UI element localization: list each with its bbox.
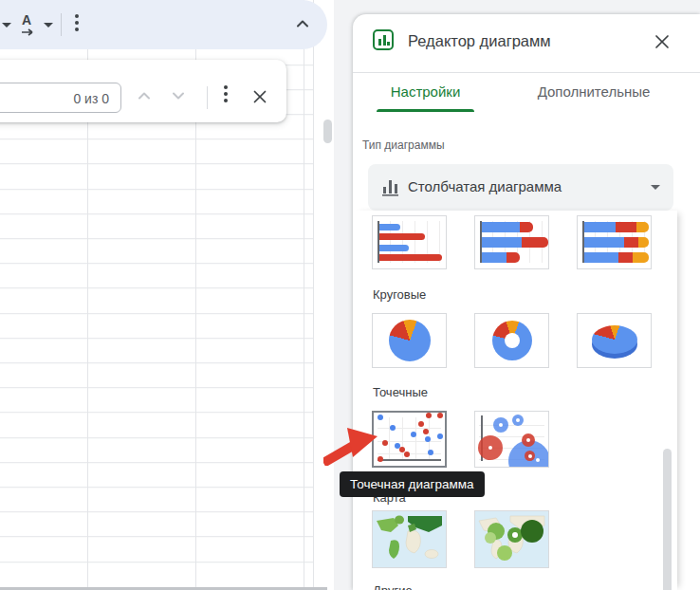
thumb-geo-map[interactable] [372, 510, 447, 568]
thumb-scatter[interactable] [372, 411, 447, 468]
thumb-bar-stacked[interactable] [474, 215, 549, 269]
thumb-pie-3d[interactable] [577, 313, 652, 368]
grid-column-line [304, 0, 304, 590]
sheet-vertical-scrollbar[interactable] [323, 120, 332, 143]
thumb-bubble[interactable] [474, 411, 549, 468]
chart-type-label: Тип диаграммы [362, 138, 445, 152]
tab-settings[interactable]: Настройки [377, 83, 474, 109]
thumb-pie[interactable] [372, 313, 447, 368]
find-more-options-button[interactable] [224, 85, 228, 105]
chart-type-value: Столбчатая диаграмма [408, 178, 562, 194]
collapse-toolbar-button[interactable] [296, 20, 309, 28]
more-options-button[interactable] [75, 14, 79, 34]
thumb-donut[interactable] [474, 313, 549, 368]
geo-map-markers-icon [475, 511, 548, 567]
section-label-other-clipped: Другие [373, 583, 413, 590]
panel-close-button[interactable] [654, 34, 670, 49]
thumb-bar-stacked-100[interactable] [577, 215, 652, 269]
dropdown-caret-icon[interactable] [44, 23, 53, 28]
section-label-scatter: Точечные [373, 385, 428, 399]
tab-customize[interactable]: Дополнительные [530, 83, 657, 109]
thumb-bar-grouped[interactable] [372, 215, 447, 269]
popup-scrollbar[interactable] [663, 449, 672, 590]
find-input[interactable]: 0 из 0 [0, 83, 121, 113]
panel-divider [353, 72, 700, 73]
panel-title: Редактор диаграмм [408, 32, 551, 50]
tooltip: Точечная диаграмма [340, 471, 485, 497]
toolbar-divider [61, 13, 62, 36]
section-label-pie: Круговые [373, 287, 426, 302]
grid-right-edge [313, 0, 314, 590]
text-rotation-icon: A [22, 12, 31, 28]
active-tab-underline [377, 109, 474, 112]
chart-editor-icon [373, 29, 394, 50]
match-count: 0 из 0 [73, 91, 109, 106]
previous-match-button[interactable] [138, 92, 151, 100]
column-chart-icon [381, 176, 400, 197]
toolbar: A [0, 0, 327, 49]
chart-type-select[interactable]: Столбчатая диаграмма [368, 164, 673, 211]
chevron-down-icon [651, 185, 660, 190]
rotation-arrow-icon [21, 28, 38, 36]
find-bar: 0 из 0 [0, 60, 286, 122]
find-close-button[interactable] [253, 90, 267, 103]
thumb-geo-map-markers[interactable] [474, 510, 549, 568]
pointer-arrow [323, 418, 380, 466]
text-rotation-button[interactable]: A [21, 12, 40, 37]
geo-map-icon [373, 511, 446, 567]
find-bar-divider [207, 86, 208, 109]
chart-type-popup: Круговые Точечные [353, 211, 677, 590]
app-window: A 0 из 0 Редактор диаграмм [0, 0, 700, 590]
dropdown-caret-icon[interactable] [2, 23, 11, 28]
next-match-button[interactable] [172, 92, 185, 100]
